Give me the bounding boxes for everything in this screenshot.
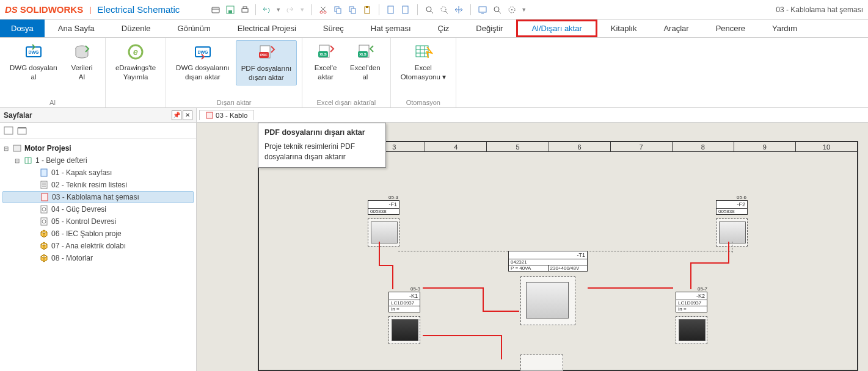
svg-text:e: e — [133, 47, 138, 57]
search-icon[interactable] — [492, 4, 503, 15]
open-icon[interactable] — [210, 4, 221, 15]
zoom-fit-icon[interactable] — [439, 4, 450, 15]
zoom-icon[interactable] — [424, 4, 435, 15]
undo-icon[interactable] — [261, 4, 272, 15]
ribbon-dwg-al[interactable]: DWG DWG dosyalarıal — [5, 40, 62, 84]
component-k1[interactable]: 05-3 -K1 LC1D0937 In = — [388, 286, 420, 344]
component-k2[interactable]: 05-7 -K2 LC1D0937 In = — [676, 286, 707, 344]
doc2-icon[interactable] — [400, 4, 411, 15]
menu-al-disari-aktar[interactable]: Al/Dışarı aktar — [516, 20, 597, 37]
sidebar: Sayfalar 📌 ✕ ⊟ Motor Projesi ⊟ 1 - Belge… — [0, 108, 197, 371]
collapse-icon[interactable]: ⊟ — [13, 157, 21, 164]
doc-tab[interactable]: 03 - Kablo — [199, 110, 254, 120]
close-icon[interactable]: ✕ — [183, 110, 192, 120]
doc1-icon[interactable] — [385, 4, 396, 15]
menu-hat-semasi[interactable]: Hat şeması — [357, 20, 425, 37]
menu-degistir[interactable]: Değiştir — [462, 20, 516, 37]
menu-anasayfa[interactable]: Ana Sayfa — [45, 20, 108, 37]
logo-subtitle: Electrical Schematic — [97, 4, 180, 15]
pin-icon[interactable]: 📌 — [172, 110, 181, 120]
tree-page-03[interactable]: 03 - Kablolama hat şeması — [2, 191, 194, 203]
svg-rect-41 — [13, 145, 21, 151]
tooltip: PDF dosyalarını dışarı aktar Proje tekni… — [258, 123, 386, 168]
view-thumb-icon[interactable] — [17, 126, 27, 135]
component-t1[interactable]: -T1 042321 P = 40VA 230+400/48V — [508, 251, 588, 325]
target-icon[interactable] — [506, 4, 517, 15]
screen-icon[interactable] — [477, 4, 488, 15]
ribbon-pdf-export[interactable]: PDF PDF dosyalarınıdışarı aktar — [236, 40, 297, 85]
ribbon-label: Excel'eaktar — [315, 63, 337, 82]
ribbon-label: PDF dosyalarınıdışarı aktar — [241, 64, 291, 82]
wire — [392, 265, 393, 289]
svg-rect-38 — [4, 127, 13, 134]
menu-ciz[interactable]: Çiz — [425, 20, 463, 37]
sidebar-title: Sayfalar — [4, 111, 170, 120]
pan-icon[interactable] — [453, 4, 464, 15]
canvas[interactable]: PDF dosyalarını dışarı aktar Proje tekni… — [197, 123, 868, 371]
tree-page-01[interactable]: 01 - Kapak sayfası — [2, 167, 194, 179]
ribbon-edrawings[interactable]: e eDrawings'teYayımla — [111, 40, 161, 84]
svg-rect-8 — [337, 9, 341, 13]
ribbon-excel-automation[interactable]: ExcelOtomasyonu ▾ — [396, 40, 451, 84]
menu-kitaplik[interactable]: Kitaplık — [597, 20, 651, 37]
ribbon-excel-export[interactable]: XLS Excel'eaktar — [307, 40, 344, 84]
canvas-area: 03 - Kablo PDF dosyalarını dışarı aktar … — [197, 108, 868, 371]
tooltip-body: Proje teknik resimlerini PDF dosyalarına… — [264, 142, 379, 162]
comp-v: 230+400/48V — [548, 265, 588, 272]
collapse-icon[interactable]: ⊟ — [2, 145, 10, 152]
tree-page-05[interactable]: 05 - Kontrol Devresi — [2, 215, 194, 228]
menu-gorunum[interactable]: Görünüm — [164, 20, 224, 37]
svg-rect-39 — [18, 128, 26, 134]
wire — [483, 311, 519, 312]
tree-book[interactable]: ⊟ 1 - Belge defteri — [2, 154, 194, 167]
component-f2[interactable]: 05-6 -F2 005838 — [716, 195, 748, 247]
ribbon-label: eDrawings'teYayımla — [115, 63, 156, 82]
tree-page-02[interactable]: 02 - Teknik resim listesi — [2, 179, 194, 191]
menu-duzenle[interactable]: Düzenle — [108, 20, 164, 37]
tree-page-07[interactable]: 07 - Ana elektrik dolabı — [2, 240, 194, 252]
menu-araclar[interactable]: Araçlar — [650, 20, 702, 37]
menu-yardim[interactable]: Yardım — [759, 20, 811, 37]
component-bottom[interactable] — [520, 355, 563, 371]
target-dropdown[interactable]: ▼ — [521, 7, 527, 13]
tree-page-04[interactable]: 04 - Güç Devresi — [2, 203, 194, 215]
ribbon-dwg-export[interactable]: DWG DWG dosyalarınıdışarı aktar — [171, 40, 235, 85]
menu-dosya[interactable]: Dosya — [0, 20, 45, 37]
save-icon[interactable] — [225, 4, 236, 15]
svg-point-5 — [320, 11, 323, 13]
menu-electrical-projesi[interactable]: Electrical Projesi — [224, 20, 310, 37]
component-f1[interactable]: 05-3 -F1 005838 — [368, 195, 399, 247]
copy-icon[interactable] — [332, 4, 343, 15]
ribbon-label: ExcelOtomasyonu ▾ — [401, 63, 446, 82]
svg-rect-0 — [212, 7, 219, 13]
ribbon-group-label: Al — [49, 98, 56, 106]
dwg-icon: DWG — [23, 43, 44, 61]
wire — [690, 262, 691, 289]
svg-point-6 — [324, 11, 326, 13]
cut-icon[interactable] — [318, 4, 329, 15]
pdf-export-icon: PDF — [256, 43, 277, 62]
comp-name: -T1 — [508, 251, 588, 259]
document-title: 03 - Kablolama hat şeması — [776, 5, 863, 14]
tree-label: 06 - IEC Şablon proje — [51, 229, 122, 238]
ribbon-verileri-al[interactable]: VerileriAl — [64, 40, 100, 84]
redo-dropdown: ▼ — [299, 7, 305, 13]
svg-point-15 — [426, 7, 431, 12]
comp-code: 005838 — [716, 208, 748, 215]
menu-pencere[interactable]: Pencere — [702, 20, 759, 37]
xls-export-icon: XLS — [315, 43, 336, 61]
ribbon-excel-import[interactable]: XLS Excel'denal — [345, 40, 385, 84]
paste-icon[interactable] — [362, 4, 373, 15]
redo-icon[interactable] — [285, 4, 296, 15]
print-icon[interactable] — [239, 4, 250, 15]
comp-in: In = — [676, 306, 707, 312]
copy2-icon[interactable] — [347, 4, 358, 15]
tree-page-08[interactable]: 08 - Motorlar — [2, 252, 194, 264]
ribbon-group-otomasyon: ExcelOtomasyonu ▾ Otomasyon — [391, 38, 456, 107]
tree-page-06[interactable]: 06 - IEC Şablon proje — [2, 228, 194, 240]
view-list-icon[interactable] — [4, 126, 13, 135]
quick-access-toolbar: ▼ ▼ ▼ — [210, 4, 527, 15]
undo-dropdown[interactable]: ▼ — [275, 7, 281, 13]
tree-root[interactable]: ⊟ Motor Projesi — [2, 142, 194, 154]
menu-surec[interactable]: Süreç — [310, 20, 357, 37]
